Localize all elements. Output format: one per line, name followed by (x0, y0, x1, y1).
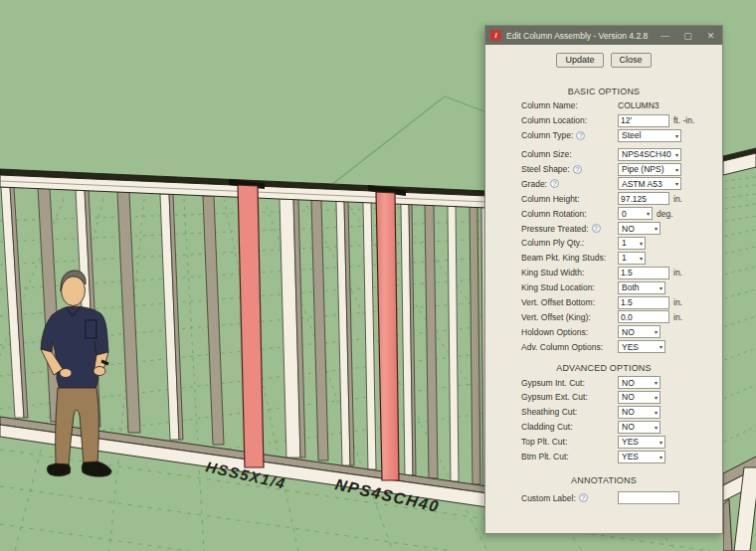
row-sheathing-cut: Sheathing Cut: NO▾ (485, 405, 722, 420)
unit-label: in. (673, 194, 682, 204)
field-label: Beam Pkt. King Studs: (521, 253, 606, 263)
field-label: Sheathing Cut: (521, 407, 577, 417)
row-adv-column-options: Adv. Column Options: YES▾ (485, 339, 722, 354)
column-size-select[interactable]: NPS4SCH40▾ (618, 148, 681, 161)
column-ply-qty-select[interactable]: 1▾ (618, 237, 646, 250)
row-top-plt-cut: Top Plt. Cut: YES▾ (485, 435, 722, 450)
dropdown-arrow-icon: ▾ (660, 454, 662, 460)
field-label: Btm Plt. Cut: (521, 452, 569, 461)
field-label: King Stud Width: (521, 268, 584, 277)
dropdown-arrow-icon: ▾ (675, 166, 678, 173)
dialog-button-row: Update Close (485, 53, 722, 68)
field-label: Vert. Offset (King): (521, 312, 591, 322)
field-label: Column Name: (521, 100, 578, 110)
row-column-size: Column Size: NPS4SCH40▾ (485, 147, 722, 162)
dropdown-arrow-icon: ▾ (640, 240, 643, 247)
unit-label: ft. -in. (673, 115, 694, 125)
dropdown-arrow-icon: ▾ (655, 379, 658, 386)
row-grade: Grade:? ASTM A53▾ (485, 176, 722, 191)
row-gypsum-ext-cut: Gypsum Ext. Cut: NO▾ (485, 390, 722, 405)
field-label: Top Plt. Cut: (521, 437, 567, 447)
dropdown-arrow-icon: ▾ (655, 409, 658, 416)
help-icon[interactable]: ? (550, 179, 559, 188)
dropdown-arrow-icon: ▾ (660, 343, 662, 350)
row-vert-offset-king: Vert. Offset (King): in. (485, 309, 722, 324)
btm-plt-cut-select[interactable]: YES▾ (618, 451, 665, 463)
vert-offset-bottom-input[interactable] (618, 296, 669, 309)
close-button[interactable]: Close (611, 53, 652, 68)
gypsum-int-cut-select[interactable]: NO▾ (618, 376, 661, 389)
row-steel-shape: Steel Shape:? Pipe (NPS)▾ (485, 162, 722, 177)
row-btm-plt-cut: Btm Plt. Cut: YES▾ (485, 450, 722, 464)
row-column-rotation: Column Rotation: 0▾ deg. (485, 206, 722, 221)
pressure-treated-select[interactable]: NO▾ (618, 222, 661, 235)
king-stud-location-select[interactable]: Both▾ (618, 281, 665, 294)
column-type-select[interactable]: Steel▾ (618, 129, 681, 142)
top-plt-cut-select[interactable]: YES▾ (618, 436, 665, 449)
column-location-input[interactable] (618, 114, 669, 127)
custom-label-input[interactable] (618, 491, 679, 504)
grade-select[interactable]: ASTM A53▾ (618, 177, 681, 190)
dialog-title: Edit Column Assembly - Version 4.2.8 (506, 31, 654, 41)
unit-label: in. (673, 312, 682, 322)
row-gypsum-int-cut: Gypsum Int. Cut: NO▾ (485, 375, 722, 390)
beam-pkt-king-studs-select[interactable]: 1▾ (618, 252, 646, 265)
field-label: Column Ply Qty.: (521, 238, 584, 248)
vert-offset-king-input[interactable] (618, 310, 669, 323)
row-king-stud-width: King Stud Width: in. (485, 266, 722, 280)
field-label: Cladding Cut: (521, 422, 573, 432)
field-label: Adv. Column Options: (521, 342, 603, 352)
field-label: Vert. Offset Bottom: (521, 297, 595, 307)
dropdown-arrow-icon: ▾ (655, 225, 658, 232)
column-height-input[interactable] (618, 192, 669, 205)
unit-label: in. (673, 297, 682, 307)
help-icon[interactable]: ? (592, 224, 601, 233)
minimize-icon[interactable]: — (654, 26, 676, 45)
field-label: Grade: (521, 179, 547, 189)
field-label: Pressure Treated: (521, 224, 589, 234)
edit-column-assembly-dialog: / Edit Column Assembly - Version 4.2.8 —… (484, 25, 723, 534)
field-label: Gypsum Ext. Cut: (521, 392, 588, 402)
row-column-type: Column Type:? Steel▾ (485, 128, 722, 143)
row-column-location: Column Location: ft. -in. (485, 113, 722, 128)
row-column-ply-qty: Column Ply Qty.: 1▾ (485, 236, 722, 251)
cladding-cut-select[interactable]: NO▾ (618, 421, 661, 434)
unit-label: in. (673, 268, 682, 277)
adv-column-options-select[interactable]: YES▾ (618, 340, 665, 353)
close-icon[interactable]: ✕ (699, 26, 722, 45)
field-label: Column Height: (521, 194, 580, 204)
row-holdown-options: Holdown Options: NO▾ (485, 324, 722, 339)
gypsum-ext-cut-select[interactable]: NO▾ (618, 391, 661, 404)
unit-label: deg. (657, 209, 673, 219)
field-label: King Stud Location: (521, 282, 595, 292)
sheathing-cut-select[interactable]: NO▾ (618, 406, 661, 419)
row-vert-offset-bottom: Vert. Offset Bottom: in. (485, 295, 722, 310)
row-pressure-treated: Pressure Treated:? NO▾ (485, 221, 722, 236)
help-icon[interactable]: ? (579, 493, 588, 502)
row-custom-label: Custom Label:? (485, 490, 722, 505)
field-label: Column Size: (521, 149, 572, 159)
column-name-value: COLUMN3 (618, 100, 660, 110)
help-icon[interactable]: ? (573, 165, 582, 174)
dropdown-arrow-icon: ▾ (647, 210, 650, 217)
field-label: Column Location: (521, 115, 587, 125)
dropdown-arrow-icon: ▾ (655, 328, 658, 335)
update-button[interactable]: Update (556, 53, 603, 68)
column-rotation-select[interactable]: 0▾ (618, 207, 653, 220)
maximize-icon[interactable]: ▢ (676, 26, 699, 45)
dropdown-arrow-icon: ▾ (675, 132, 678, 139)
help-icon[interactable]: ? (576, 131, 585, 140)
field-label: Gypsum Int. Cut: (521, 378, 585, 388)
row-beam-pkt-king-studs: Beam Pkt. King Studs: 1▾ (485, 251, 722, 266)
row-column-name: Column Name: COLUMN3 (485, 98, 722, 113)
field-label: Custom Label: (521, 493, 576, 503)
steel-shape-select[interactable]: Pipe (NPS)▾ (618, 163, 681, 176)
dropdown-arrow-icon: ▾ (655, 394, 658, 401)
king-stud-width-input[interactable] (618, 267, 669, 279)
section-advanced-options: ADVANCED OPTIONS (485, 363, 722, 374)
dropdown-arrow-icon: ▾ (675, 151, 678, 158)
dialog-titlebar[interactable]: / Edit Column Assembly - Version 4.2.8 —… (485, 26, 722, 45)
field-label: Holdown Options: (521, 327, 588, 337)
section-basic-options: BASIC OPTIONS (485, 87, 722, 97)
holdown-options-select[interactable]: NO▾ (618, 325, 661, 338)
